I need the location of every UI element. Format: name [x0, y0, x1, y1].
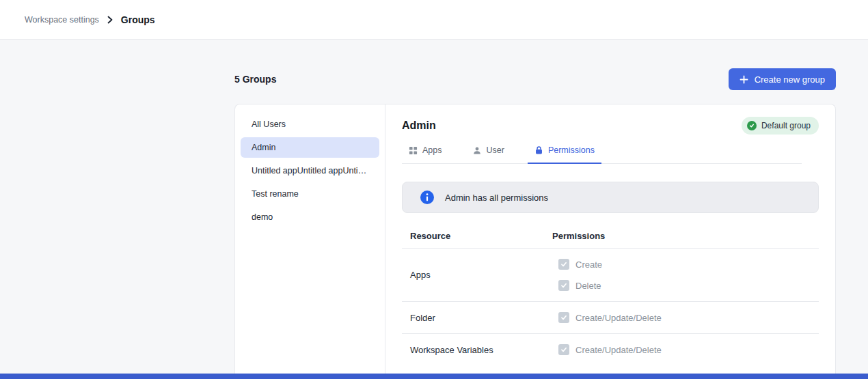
tabs: Apps User Permissions — [402, 145, 802, 164]
sidebar-item-all-users[interactable]: All Users — [241, 114, 379, 135]
permissions-header: Permissions — [552, 231, 819, 241]
table-row: Workspace Variables Create/Update/Delete — [402, 334, 819, 365]
permissions-table: Resource Permissions Apps Create — [402, 224, 819, 365]
permission-row: Create/Update/Delete — [558, 312, 819, 323]
checkbox-check-icon — [560, 314, 567, 321]
tab-apps-label: Apps — [422, 145, 442, 155]
permission-row: Delete — [558, 280, 819, 291]
user-icon — [472, 146, 482, 155]
lock-icon — [534, 145, 543, 155]
tab-permissions[interactable]: Permissions — [528, 145, 601, 164]
table-row: Apps Create Delete — [402, 249, 819, 302]
badge-label: Default group — [761, 121, 811, 130]
permission-row: Create — [558, 259, 819, 270]
permission-row: Create/Update/Delete — [558, 344, 819, 355]
checkbox-check-icon — [560, 282, 567, 289]
default-group-badge: Default group — [742, 117, 819, 135]
sidebar-item-demo[interactable]: demo — [241, 207, 379, 227]
checkbox-check-icon — [560, 261, 567, 268]
sidebar-item-admin[interactable]: Admin — [241, 137, 379, 158]
permission-label: Delete — [575, 281, 601, 291]
create-button-label: Create new group — [755, 74, 825, 85]
breadcrumb: Workspace settings Groups — [25, 14, 155, 25]
create-new-group-button[interactable]: Create new group — [729, 68, 836, 90]
tab-permissions-label: Permissions — [548, 145, 595, 155]
resource-label: Workspace Variables — [410, 345, 552, 355]
breadcrumb-current: Groups — [121, 14, 155, 25]
permissions-cell: Create Delete — [552, 259, 819, 291]
group-detail-panel: Admin Default group Apps User — [385, 104, 835, 379]
group-list: All Users Admin Untitled appUntitled app… — [235, 104, 385, 379]
breadcrumb-parent[interactable]: Workspace settings — [25, 15, 99, 25]
permissions-cell: Create/Update/Delete — [552, 312, 819, 323]
permissions-cell: Create/Update/Delete — [552, 344, 819, 355]
tab-apps[interactable]: Apps — [402, 145, 449, 164]
table-row: Folder Create/Update/Delete — [402, 302, 819, 334]
check-circle-icon — [747, 121, 757, 130]
groups-count: 5 Groups — [234, 74, 276, 85]
banner-text: Admin has all permissions — [445, 193, 548, 203]
groups-card: All Users Admin Untitled appUntitled app… — [234, 104, 836, 379]
top-navbar: Workspace settings Groups — [0, 0, 868, 40]
plus-icon — [740, 75, 748, 84]
tab-user-label: User — [487, 145, 504, 155]
group-title: Admin — [402, 120, 436, 132]
resource-header: Resource — [410, 231, 552, 241]
permission-label: Create/Update/Delete — [575, 313, 662, 323]
permission-checkbox[interactable] — [558, 259, 569, 270]
info-banner: Admin has all permissions — [402, 182, 819, 213]
table-header: Resource Permissions — [402, 224, 819, 249]
tab-user[interactable]: User — [465, 145, 511, 164]
bottom-bar — [0, 374, 868, 379]
sidebar-item-untitled-app[interactable]: Untitled appUntitled appUntitle… — [241, 160, 379, 181]
checkbox-check-icon — [560, 346, 567, 353]
resource-label: Apps — [410, 270, 552, 280]
group-detail-header: Admin Default group — [402, 117, 819, 135]
permission-label: Create/Update/Delete — [575, 345, 662, 355]
permission-checkbox[interactable] — [558, 344, 569, 355]
permission-label: Create — [575, 259, 602, 270]
permission-checkbox[interactable] — [558, 312, 569, 323]
chevron-right-icon — [107, 16, 113, 24]
resource-label: Folder — [410, 313, 552, 323]
sidebar-item-test-rename[interactable]: Test rename — [241, 184, 379, 204]
permission-checkbox[interactable] — [558, 280, 569, 291]
grid-icon — [409, 146, 418, 155]
page-head: 5 Groups Create new group — [234, 68, 836, 90]
info-icon — [420, 191, 434, 204]
